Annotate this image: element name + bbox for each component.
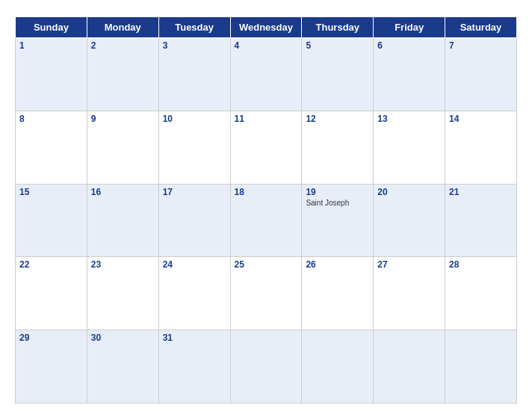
calendar-cell: 30 — [87, 330, 158, 404]
day-header-monday: Monday — [87, 17, 158, 38]
day-number: 28 — [449, 259, 513, 270]
calendar-cell: 1 — [16, 38, 87, 111]
day-number: 9 — [91, 114, 155, 124]
day-number: 5 — [306, 40, 369, 51]
calendar-week-3: 1516171819Saint Joseph2021 — [16, 184, 517, 257]
calendar-cell: 15 — [16, 184, 87, 257]
day-number: 12 — [306, 114, 369, 124]
day-number: 8 — [19, 114, 83, 124]
calendar-cell: 31 — [158, 330, 230, 404]
calendar-cell: 16 — [87, 184, 158, 257]
calendar-cell: 28 — [445, 257, 517, 330]
calendar-cell: 9 — [87, 111, 158, 184]
day-number: 17 — [163, 187, 226, 197]
calendar-cell: 7 — [445, 38, 517, 111]
calendar-header — [15, 7, 517, 13]
calendar-cell — [230, 330, 302, 404]
calendar-cell: 2 — [87, 38, 158, 111]
calendar-cell: 3 — [158, 38, 230, 111]
calendar-week-5: 293031 — [16, 330, 517, 404]
day-number: 7 — [449, 40, 513, 51]
day-number: 31 — [163, 333, 226, 343]
calendar-cell: 23 — [87, 257, 158, 330]
calendar-cell: 19Saint Joseph — [302, 184, 374, 257]
calendar-cell: 13 — [374, 111, 445, 184]
calendar-cell: 10 — [158, 111, 230, 184]
day-number: 11 — [235, 114, 298, 124]
calendar-cell — [445, 330, 517, 404]
day-header-thursday: Thursday — [302, 17, 374, 38]
day-number: 29 — [19, 333, 83, 343]
calendar-cell: 26 — [302, 257, 374, 330]
day-header-saturday: Saturday — [445, 17, 517, 38]
calendar-cell: 27 — [374, 257, 445, 330]
calendar-cell: 11 — [230, 111, 302, 184]
day-number: 10 — [163, 114, 226, 124]
day-number: 19 — [306, 187, 369, 197]
calendar-cell: 4 — [230, 38, 302, 111]
calendar-cell: 8 — [16, 111, 87, 184]
day-number: 2 — [91, 40, 155, 51]
day-header-sunday: Sunday — [16, 17, 87, 38]
day-number: 20 — [377, 187, 441, 197]
calendar-cell: 17 — [158, 184, 230, 257]
day-number: 1 — [19, 40, 83, 51]
calendar-cell: 20 — [374, 184, 445, 257]
day-number: 21 — [449, 187, 513, 197]
day-number: 27 — [377, 259, 441, 270]
day-number: 24 — [163, 259, 226, 270]
calendar-week-2: 891011121314 — [16, 111, 517, 184]
calendar-cell: 21 — [445, 184, 517, 257]
calendar-cell: 22 — [16, 257, 87, 330]
day-number: 13 — [377, 114, 441, 124]
calendar-week-4: 22232425262728 — [16, 257, 517, 330]
days-header-row: SundayMondayTuesdayWednesdayThursdayFrid… — [16, 17, 517, 38]
calendar-cell: 6 — [374, 38, 445, 111]
day-number: 22 — [19, 259, 83, 270]
day-number: 6 — [377, 40, 441, 51]
calendar-week-1: 1234567 — [16, 38, 517, 111]
calendar-cell: 12 — [302, 111, 374, 184]
event-label: Saint Joseph — [306, 199, 369, 207]
day-header-tuesday: Tuesday — [158, 17, 230, 38]
calendar-cell — [302, 330, 374, 404]
calendar-cell: 24 — [158, 257, 230, 330]
calendar-cell: 5 — [302, 38, 374, 111]
day-number: 18 — [235, 187, 298, 197]
calendar-table: SundayMondayTuesdayWednesdayThursdayFrid… — [15, 16, 517, 404]
day-number: 16 — [91, 187, 155, 197]
day-number: 3 — [163, 40, 226, 51]
day-number: 30 — [91, 333, 155, 343]
day-number: 26 — [306, 259, 369, 270]
day-header-wednesday: Wednesday — [230, 17, 302, 38]
day-header-friday: Friday — [374, 17, 445, 38]
day-number: 14 — [449, 114, 513, 124]
calendar-cell: 29 — [16, 330, 87, 404]
calendar-cell: 25 — [230, 257, 302, 330]
calendar-cell: 18 — [230, 184, 302, 257]
day-number: 4 — [235, 40, 298, 51]
calendar-cell — [374, 330, 445, 404]
day-number: 23 — [91, 259, 155, 270]
day-number: 15 — [19, 187, 83, 197]
calendar-cell: 14 — [445, 111, 517, 184]
day-number: 25 — [235, 259, 298, 270]
